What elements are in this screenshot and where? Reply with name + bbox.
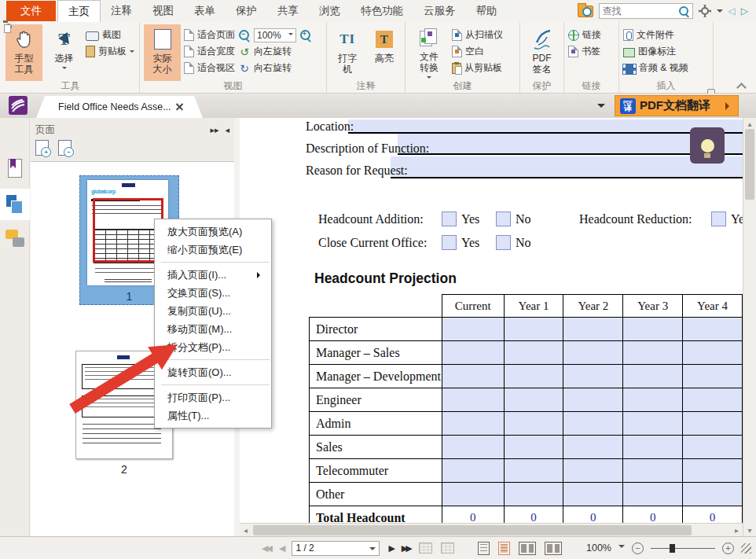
menu-item-insert-pages[interactable]: 插入页面(I)... bbox=[155, 266, 271, 284]
reduce-thumbnail-icon[interactable] bbox=[58, 140, 72, 156]
table-cell[interactable] bbox=[504, 365, 563, 388]
table-cell[interactable] bbox=[442, 436, 504, 459]
table-cell[interactable] bbox=[563, 365, 623, 388]
menu-form[interactable]: 表单 bbox=[184, 0, 226, 22]
menu-item-print-pages[interactable]: 打印页面(P)... bbox=[155, 388, 271, 406]
table-cell[interactable] bbox=[623, 436, 683, 459]
ribbon-collapse-icon[interactable] bbox=[737, 82, 745, 90]
table-cell[interactable] bbox=[683, 388, 743, 412]
menu-item-properties[interactable]: 属性(T)... bbox=[155, 406, 271, 425]
pages-panel-button[interactable] bbox=[0, 189, 30, 220]
menu-cloud[interactable]: 云服务 bbox=[413, 0, 466, 22]
menu-share[interactable]: 共享 bbox=[267, 0, 309, 22]
comments-panel-button[interactable] bbox=[0, 230, 30, 247]
menu-browse[interactable]: 浏览 bbox=[309, 0, 350, 22]
zoom-slider-handle[interactable] bbox=[670, 544, 675, 553]
fit-width-button[interactable]: 适合宽度 bbox=[184, 44, 235, 59]
image-annotation-button[interactable]: 图像标注 bbox=[623, 44, 688, 59]
headcount-reduction-yes-checkbox[interactable] bbox=[711, 211, 726, 226]
bookmarks-panel-button[interactable] bbox=[0, 159, 30, 178]
table-cell[interactable] bbox=[683, 412, 743, 436]
scroll-up-icon[interactable]: ▴ bbox=[743, 120, 756, 128]
table-cell[interactable] bbox=[683, 318, 743, 341]
zoom-out-icon[interactable]: − bbox=[238, 29, 251, 42]
scroll-down-icon[interactable]: ▾ bbox=[743, 526, 756, 535]
clipboard-button[interactable]: 剪贴板 bbox=[86, 44, 134, 59]
menu-comment[interactable]: 注释 bbox=[101, 0, 142, 22]
previous-page-icon[interactable]: ◀ bbox=[279, 543, 283, 553]
search-box[interactable] bbox=[599, 3, 693, 19]
table-cell[interactable] bbox=[504, 436, 563, 459]
gear-icon[interactable] bbox=[699, 5, 711, 17]
continuous-view-icon[interactable] bbox=[498, 542, 510, 555]
table-cell[interactable] bbox=[623, 459, 683, 483]
menu-features[interactable]: 特色功能 bbox=[350, 0, 413, 22]
tip-lightbulb-button[interactable] bbox=[690, 127, 725, 164]
table-cell[interactable] bbox=[442, 341, 504, 365]
zoom-in-button[interactable]: + bbox=[722, 542, 734, 554]
table-cell[interactable] bbox=[623, 318, 683, 341]
menu-item-move-pages[interactable]: 移动页面(M)... bbox=[155, 320, 271, 338]
search-icon[interactable] bbox=[678, 6, 689, 17]
actual-size-button[interactable]: 实际大小 bbox=[144, 24, 181, 81]
table-cell[interactable] bbox=[563, 341, 623, 365]
table-cell[interactable] bbox=[504, 412, 563, 436]
audio-video-button[interactable]: 音频 & 视频 bbox=[623, 61, 688, 75]
headcount-addition-yes-checkbox[interactable] bbox=[442, 211, 457, 226]
table-cell[interactable] bbox=[683, 483, 743, 506]
search-in-folder-icon[interactable] bbox=[578, 6, 593, 17]
scroll-right-icon[interactable]: ▸ bbox=[731, 526, 743, 535]
first-page-icon[interactable]: ◀◀ bbox=[262, 543, 270, 553]
table-cell[interactable] bbox=[504, 483, 563, 506]
tab-list-caret-icon[interactable] bbox=[597, 104, 605, 112]
zoom-preset-caret-icon[interactable] bbox=[618, 545, 625, 551]
table-cell[interactable] bbox=[442, 388, 504, 412]
gear-dropdown-caret-icon[interactable] bbox=[717, 9, 723, 16]
vertical-scrollbar[interactable]: ▴ ▾ bbox=[743, 118, 756, 536]
fit-visible-button[interactable]: 适合视区 bbox=[184, 61, 235, 75]
vertical-scroll-thumb[interactable] bbox=[745, 129, 754, 200]
document-tab[interactable]: Field Office Needs Asse... bbox=[36, 96, 203, 118]
table-cell[interactable] bbox=[442, 412, 504, 436]
table-cell[interactable] bbox=[563, 412, 623, 436]
menu-item-split-document[interactable]: 拆分文档(P)... bbox=[155, 338, 271, 356]
search-input[interactable] bbox=[603, 6, 676, 17]
select-tool-button[interactable]: T 选择 bbox=[46, 24, 83, 81]
menu-help[interactable]: 帮助 bbox=[466, 0, 508, 22]
history-forward-icon[interactable]: ▷ bbox=[741, 6, 748, 17]
rotate-left-button[interactable]: ↺ 向左旋转 bbox=[238, 44, 312, 59]
table-cell[interactable] bbox=[563, 388, 623, 412]
menu-item-duplicate-pages[interactable]: 复制页面(U)... bbox=[155, 302, 271, 320]
menu-item-swap-pages[interactable]: 交换页面(S)... bbox=[155, 284, 271, 302]
file-attachment-button[interactable]: 文件附件 bbox=[623, 28, 688, 42]
zoom-level-dropdown[interactable]: 100% bbox=[254, 28, 296, 42]
menu-item-enlarge-preview[interactable]: 放大页面预览(A) bbox=[155, 222, 271, 241]
zoom-out-button[interactable]: − bbox=[632, 542, 644, 554]
menu-protect[interactable]: 保护 bbox=[226, 0, 267, 22]
from-clipboard-button[interactable]: 从剪贴板 bbox=[452, 61, 503, 75]
table-cell[interactable] bbox=[504, 388, 563, 412]
hand-tool-button[interactable]: 手型工具 bbox=[6, 24, 42, 81]
table-cell[interactable] bbox=[563, 459, 623, 483]
enlarge-thumbnail-icon[interactable] bbox=[35, 140, 49, 156]
screenshot-button[interactable]: 截图 bbox=[86, 28, 134, 42]
menu-view[interactable]: 视图 bbox=[142, 0, 184, 22]
highlight-button[interactable]: T 高亮 bbox=[368, 24, 402, 81]
table-cell[interactable] bbox=[442, 365, 504, 388]
zoom-in-icon[interactable]: + bbox=[299, 29, 312, 42]
history-back-icon[interactable]: ◁ bbox=[728, 6, 736, 17]
location-field[interactable] bbox=[348, 120, 743, 134]
pdf-sign-button[interactable]: PDF签名 bbox=[524, 24, 560, 81]
menu-file[interactable]: 文件 bbox=[6, 1, 56, 21]
bookmark-button[interactable]: 书签 bbox=[568, 44, 601, 59]
table-cell[interactable] bbox=[563, 483, 623, 506]
table-cell[interactable] bbox=[504, 459, 563, 483]
close-office-yes-checkbox[interactable] bbox=[442, 235, 457, 250]
next-page-icon[interactable]: ▶ bbox=[388, 543, 392, 553]
link-button[interactable]: 链接 bbox=[568, 28, 601, 42]
table-cell[interactable] bbox=[623, 341, 683, 365]
horizontal-scroll-thumb[interactable] bbox=[253, 525, 692, 535]
go-to-view-icon[interactable] bbox=[419, 542, 432, 553]
table-cell[interactable] bbox=[563, 436, 623, 459]
table-cell[interactable] bbox=[442, 483, 504, 506]
